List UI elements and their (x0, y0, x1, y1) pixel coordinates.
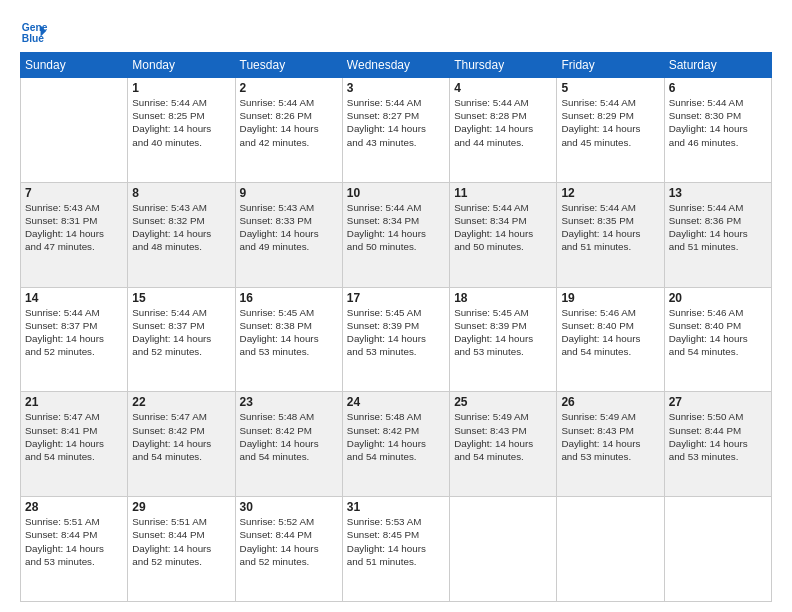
week-row-4: 28Sunrise: 5:51 AM Sunset: 8:44 PM Dayli… (21, 497, 772, 602)
calendar-cell: 3Sunrise: 5:44 AM Sunset: 8:27 PM Daylig… (342, 78, 449, 183)
calendar-cell: 30Sunrise: 5:52 AM Sunset: 8:44 PM Dayli… (235, 497, 342, 602)
day-number: 22 (132, 395, 230, 409)
day-number: 16 (240, 291, 338, 305)
weekday-header-wednesday: Wednesday (342, 53, 449, 78)
day-info: Sunrise: 5:51 AM Sunset: 8:44 PM Dayligh… (132, 515, 230, 568)
day-number: 23 (240, 395, 338, 409)
day-info: Sunrise: 5:46 AM Sunset: 8:40 PM Dayligh… (669, 306, 767, 359)
calendar-cell: 27Sunrise: 5:50 AM Sunset: 8:44 PM Dayli… (664, 392, 771, 497)
weekday-header-thursday: Thursday (450, 53, 557, 78)
logo-icon: General Blue (20, 18, 48, 46)
day-number: 15 (132, 291, 230, 305)
calendar-cell: 4Sunrise: 5:44 AM Sunset: 8:28 PM Daylig… (450, 78, 557, 183)
day-number: 6 (669, 81, 767, 95)
day-number: 17 (347, 291, 445, 305)
calendar-cell: 25Sunrise: 5:49 AM Sunset: 8:43 PM Dayli… (450, 392, 557, 497)
day-info: Sunrise: 5:43 AM Sunset: 8:31 PM Dayligh… (25, 201, 123, 254)
day-number: 19 (561, 291, 659, 305)
header: General Blue (20, 18, 772, 46)
weekday-header-friday: Friday (557, 53, 664, 78)
day-number: 24 (347, 395, 445, 409)
calendar-cell: 23Sunrise: 5:48 AM Sunset: 8:42 PM Dayli… (235, 392, 342, 497)
calendar-cell: 13Sunrise: 5:44 AM Sunset: 8:36 PM Dayli… (664, 182, 771, 287)
day-info: Sunrise: 5:44 AM Sunset: 8:36 PM Dayligh… (669, 201, 767, 254)
weekday-header-sunday: Sunday (21, 53, 128, 78)
calendar-cell: 22Sunrise: 5:47 AM Sunset: 8:42 PM Dayli… (128, 392, 235, 497)
day-number: 20 (669, 291, 767, 305)
week-row-1: 7Sunrise: 5:43 AM Sunset: 8:31 PM Daylig… (21, 182, 772, 287)
calendar-cell: 10Sunrise: 5:44 AM Sunset: 8:34 PM Dayli… (342, 182, 449, 287)
calendar-table: SundayMondayTuesdayWednesdayThursdayFrid… (20, 52, 772, 602)
calendar-cell: 8Sunrise: 5:43 AM Sunset: 8:32 PM Daylig… (128, 182, 235, 287)
calendar-cell: 7Sunrise: 5:43 AM Sunset: 8:31 PM Daylig… (21, 182, 128, 287)
day-number: 21 (25, 395, 123, 409)
calendar-cell: 21Sunrise: 5:47 AM Sunset: 8:41 PM Dayli… (21, 392, 128, 497)
day-info: Sunrise: 5:47 AM Sunset: 8:42 PM Dayligh… (132, 410, 230, 463)
day-info: Sunrise: 5:51 AM Sunset: 8:44 PM Dayligh… (25, 515, 123, 568)
day-number: 9 (240, 186, 338, 200)
calendar-cell: 29Sunrise: 5:51 AM Sunset: 8:44 PM Dayli… (128, 497, 235, 602)
page: General Blue SundayMondayTuesdayWednesda… (0, 0, 792, 612)
logo: General Blue (20, 18, 48, 46)
calendar-cell (21, 78, 128, 183)
day-info: Sunrise: 5:49 AM Sunset: 8:43 PM Dayligh… (561, 410, 659, 463)
calendar-cell: 24Sunrise: 5:48 AM Sunset: 8:42 PM Dayli… (342, 392, 449, 497)
weekday-header-saturday: Saturday (664, 53, 771, 78)
calendar-cell: 15Sunrise: 5:44 AM Sunset: 8:37 PM Dayli… (128, 287, 235, 392)
day-number: 31 (347, 500, 445, 514)
week-row-0: 1Sunrise: 5:44 AM Sunset: 8:25 PM Daylig… (21, 78, 772, 183)
day-info: Sunrise: 5:47 AM Sunset: 8:41 PM Dayligh… (25, 410, 123, 463)
day-info: Sunrise: 5:43 AM Sunset: 8:33 PM Dayligh… (240, 201, 338, 254)
calendar-cell: 28Sunrise: 5:51 AM Sunset: 8:44 PM Dayli… (21, 497, 128, 602)
day-info: Sunrise: 5:44 AM Sunset: 8:25 PM Dayligh… (132, 96, 230, 149)
day-number: 4 (454, 81, 552, 95)
day-info: Sunrise: 5:53 AM Sunset: 8:45 PM Dayligh… (347, 515, 445, 568)
weekday-header-row: SundayMondayTuesdayWednesdayThursdayFrid… (21, 53, 772, 78)
calendar-cell (450, 497, 557, 602)
calendar-cell: 2Sunrise: 5:44 AM Sunset: 8:26 PM Daylig… (235, 78, 342, 183)
day-info: Sunrise: 5:44 AM Sunset: 8:37 PM Dayligh… (132, 306, 230, 359)
day-number: 30 (240, 500, 338, 514)
calendar-cell: 16Sunrise: 5:45 AM Sunset: 8:38 PM Dayli… (235, 287, 342, 392)
day-number: 7 (25, 186, 123, 200)
day-info: Sunrise: 5:45 AM Sunset: 8:38 PM Dayligh… (240, 306, 338, 359)
calendar-cell: 19Sunrise: 5:46 AM Sunset: 8:40 PM Dayli… (557, 287, 664, 392)
day-number: 1 (132, 81, 230, 95)
day-info: Sunrise: 5:44 AM Sunset: 8:34 PM Dayligh… (347, 201, 445, 254)
day-number: 14 (25, 291, 123, 305)
day-info: Sunrise: 5:44 AM Sunset: 8:27 PM Dayligh… (347, 96, 445, 149)
calendar-cell: 14Sunrise: 5:44 AM Sunset: 8:37 PM Dayli… (21, 287, 128, 392)
day-number: 25 (454, 395, 552, 409)
calendar-cell: 11Sunrise: 5:44 AM Sunset: 8:34 PM Dayli… (450, 182, 557, 287)
day-info: Sunrise: 5:44 AM Sunset: 8:37 PM Dayligh… (25, 306, 123, 359)
weekday-header-tuesday: Tuesday (235, 53, 342, 78)
day-info: Sunrise: 5:45 AM Sunset: 8:39 PM Dayligh… (347, 306, 445, 359)
day-number: 18 (454, 291, 552, 305)
day-info: Sunrise: 5:45 AM Sunset: 8:39 PM Dayligh… (454, 306, 552, 359)
day-info: Sunrise: 5:48 AM Sunset: 8:42 PM Dayligh… (240, 410, 338, 463)
calendar-cell: 20Sunrise: 5:46 AM Sunset: 8:40 PM Dayli… (664, 287, 771, 392)
calendar-cell: 26Sunrise: 5:49 AM Sunset: 8:43 PM Dayli… (557, 392, 664, 497)
weekday-header-monday: Monday (128, 53, 235, 78)
calendar-cell (557, 497, 664, 602)
day-info: Sunrise: 5:43 AM Sunset: 8:32 PM Dayligh… (132, 201, 230, 254)
day-info: Sunrise: 5:49 AM Sunset: 8:43 PM Dayligh… (454, 410, 552, 463)
calendar-cell: 6Sunrise: 5:44 AM Sunset: 8:30 PM Daylig… (664, 78, 771, 183)
day-number: 2 (240, 81, 338, 95)
calendar-cell (664, 497, 771, 602)
day-info: Sunrise: 5:44 AM Sunset: 8:35 PM Dayligh… (561, 201, 659, 254)
day-info: Sunrise: 5:44 AM Sunset: 8:34 PM Dayligh… (454, 201, 552, 254)
calendar-cell: 1Sunrise: 5:44 AM Sunset: 8:25 PM Daylig… (128, 78, 235, 183)
day-number: 8 (132, 186, 230, 200)
day-number: 29 (132, 500, 230, 514)
day-number: 12 (561, 186, 659, 200)
week-row-3: 21Sunrise: 5:47 AM Sunset: 8:41 PM Dayli… (21, 392, 772, 497)
day-info: Sunrise: 5:46 AM Sunset: 8:40 PM Dayligh… (561, 306, 659, 359)
day-info: Sunrise: 5:44 AM Sunset: 8:26 PM Dayligh… (240, 96, 338, 149)
day-number: 5 (561, 81, 659, 95)
day-number: 26 (561, 395, 659, 409)
day-number: 13 (669, 186, 767, 200)
calendar-cell: 17Sunrise: 5:45 AM Sunset: 8:39 PM Dayli… (342, 287, 449, 392)
week-row-2: 14Sunrise: 5:44 AM Sunset: 8:37 PM Dayli… (21, 287, 772, 392)
calendar-cell: 18Sunrise: 5:45 AM Sunset: 8:39 PM Dayli… (450, 287, 557, 392)
